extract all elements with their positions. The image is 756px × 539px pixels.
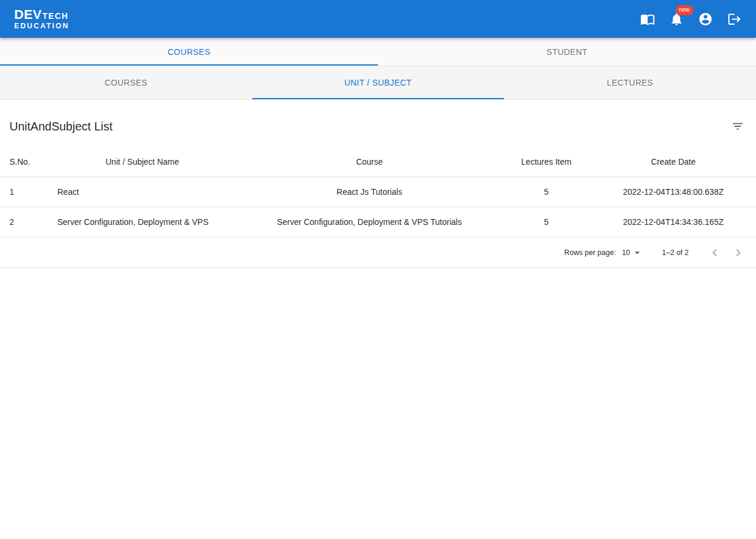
filter-list-icon-glyph (731, 120, 744, 133)
chevron-left-icon (708, 246, 722, 260)
tab-student[interactable]: STUDENT (378, 38, 756, 66)
rows-per-page-value: 10 (622, 249, 630, 257)
pagination-range: 1–2 of 2 (662, 249, 689, 257)
column-header-lectures: Lectures Item (502, 147, 591, 177)
cell-name: React (48, 177, 237, 207)
tab-courses[interactable]: COURSES (0, 38, 378, 66)
notifications-bell-icon[interactable]: new (669, 12, 684, 27)
column-header-name: Unit / Subject Name (48, 147, 237, 177)
table-row: 2 Server Configuration, Deployment & VPS… (0, 207, 756, 237)
chevron-down-icon (631, 247, 643, 259)
secondary-tabs: COURSES UNIT / SUBJECT LECTURES (0, 66, 756, 100)
subtab-courses[interactable]: COURSES (0, 66, 252, 99)
account-circle-icon[interactable] (698, 12, 713, 27)
primary-tabs: COURSES STUDENT (0, 38, 756, 66)
cell-date: 2022-12-04T13:48:00.638Z (591, 177, 756, 207)
table-header-row: S.No. Unit / Subject Name Course Lecture… (0, 147, 756, 177)
cell-course: React Js Tutorials (237, 177, 502, 207)
cell-sno: 2 (0, 207, 48, 237)
subtab-lectures[interactable]: LECTURES (504, 66, 756, 99)
rows-per-page-select[interactable]: 10 (622, 247, 643, 259)
table-row: 1 React React Js Tutorials 5 2022-12-04T… (0, 177, 756, 207)
appbar-actions: new (640, 12, 742, 27)
cell-date: 2022-12-04T14:34:36.165Z (591, 207, 756, 237)
column-header-course: Course (237, 147, 502, 177)
prev-page-button[interactable] (703, 241, 726, 264)
logout-icon[interactable] (727, 12, 742, 27)
unit-subject-table: S.No. Unit / Subject Name Course Lecture… (0, 147, 756, 237)
cell-course: Server Configuration, Deployment & VPS T… (237, 207, 502, 237)
title-row: UnitAndSubject List (0, 100, 756, 147)
app-logo: DEV TECH EDUCATION (14, 8, 69, 30)
app-header: DEV TECH EDUCATION new (0, 0, 756, 38)
cell-lectures: 5 (502, 207, 591, 237)
account-icon-glyph (698, 12, 713, 27)
menu-book-icon[interactable] (640, 12, 655, 27)
main-content: UnitAndSubject List S.No. Unit / Subject… (0, 100, 756, 268)
table-body: 1 React React Js Tutorials 5 2022-12-04T… (0, 177, 756, 237)
logout-icon-glyph (727, 12, 742, 27)
cell-lectures: 5 (502, 177, 591, 207)
logo-tech-text: TECH (43, 12, 69, 20)
logo-education-text: EDUCATION (14, 22, 69, 30)
chevron-right-icon (731, 246, 745, 260)
cell-name: Server Configuration, Deployment & VPS (48, 207, 237, 237)
subtab-unit-subject[interactable]: UNIT / SUBJECT (252, 66, 504, 99)
logo-dev-text: DEV (14, 8, 42, 21)
filter-icon[interactable] (729, 117, 747, 135)
table-head: S.No. Unit / Subject Name Course Lecture… (0, 147, 756, 177)
pagination: Rows per page: 10 1–2 of 2 (0, 237, 756, 268)
logo-top-line: DEV TECH (14, 8, 69, 21)
new-badge: new (676, 5, 693, 15)
next-page-button[interactable] (726, 241, 750, 264)
rows-per-page-label: Rows per page: (564, 249, 616, 257)
cell-sno: 1 (0, 177, 48, 207)
page-title: UnitAndSubject List (9, 120, 113, 133)
menu-book-icon-glyph (640, 12, 655, 27)
column-header-sno: S.No. (0, 147, 48, 177)
column-header-date: Create Date (591, 147, 756, 177)
